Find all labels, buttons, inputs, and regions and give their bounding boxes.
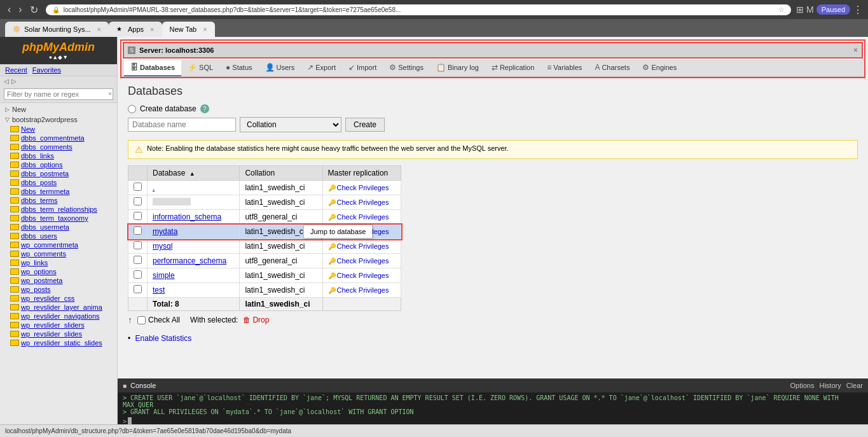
tab-users[interactable]: 👤 Users [259,60,301,76]
tab-settings[interactable]: ⚙ Settings [383,60,430,76]
sidebar-new-sub[interactable]: New [0,125,117,134]
row-checkbox-2[interactable] [128,195,148,210]
db-link-2[interactable] [153,198,191,205]
check-priv-link-2[interactable]: 🔑 Check Privileges [328,198,396,206]
sidebar-item-dbbs-users[interactable]: dbbs_users [0,232,117,240]
sidebar-root-db[interactable]: ▽ bootstrap2wordpress [0,114,117,125]
recent-link[interactable]: Recent [5,66,27,74]
checkbox-2[interactable] [134,197,142,205]
sidebar-item-wp-revslider-static[interactable]: wp_revslider_static_slides [0,338,117,347]
sidebar-item-dbbs-term-rel[interactable]: dbbs_term_relationships [0,205,117,214]
collapse-icon[interactable]: ◁ [4,78,9,85]
server-close-button[interactable]: × [853,46,858,55]
browser-nav[interactable]: ‹ › ↻ [5,3,41,17]
row-db-name-6[interactable]: performance_schema [148,254,240,268]
sidebar-item-dbbs-usermeta[interactable]: dbbs_usermeta [0,223,117,232]
row-checkbox-4[interactable] [128,225,148,239]
sidebar-item-wp-revslider-nav[interactable]: wp_revslider_navigations [0,312,117,321]
create-db-radio[interactable] [128,105,136,113]
tab-close-apps[interactable]: × [150,25,154,33]
db-link-6[interactable]: performance_schema [153,256,226,265]
check-priv-link-7[interactable]: 🔑 Check Privileges [328,272,396,279]
menu-icon[interactable]: ⋮ [853,4,863,16]
checkbox-7[interactable] [134,270,142,279]
forward-button[interactable]: › [16,3,24,17]
col-database[interactable]: Database ▲ [148,166,240,181]
checkbox-3[interactable] [134,212,142,220]
sidebar-item-dbbs-terms[interactable]: dbbs_terms [0,196,117,205]
sidebar-new-item[interactable]: ▷ New [0,104,117,114]
sidebar-item-dbbs-postmeta[interactable]: dbbs_postmeta [0,169,117,178]
db-link-3[interactable]: information_schema [153,212,221,221]
tab-variables[interactable]: ≡ Variables [541,60,588,76]
tab-databases[interactable]: 🗄 Databases [124,60,181,76]
check-priv-link-6[interactable]: 🔑 Check Privileges [328,257,396,265]
sidebar-item-dbbs-comments[interactable]: dbbs_comments [0,142,117,151]
reload-button[interactable]: ↻ [27,3,41,17]
sidebar-item-wp-comments[interactable]: wp_comments [0,249,117,258]
row-db-name-8[interactable]: test [148,283,240,298]
check-priv-link-3[interactable]: 🔑 Check Privileges [328,213,396,221]
sidebar-filter-input[interactable] [4,88,113,100]
row-checkbox-3[interactable] [128,210,148,225]
console-prompt[interactable]: > [123,415,863,424]
row-db-name-1[interactable]: . [148,181,240,195]
tab-apps[interactable]: ★ Apps × [109,22,162,37]
help-icon[interactable]: ? [200,104,209,113]
check-priv-link-8[interactable]: 🔑 Check Privileges [328,286,396,294]
sidebar-item-wp-options[interactable]: wp_options [0,267,117,276]
row-checkbox-6[interactable] [128,254,148,268]
paused-button[interactable]: Paused [816,4,850,15]
db-link-1[interactable]: . [153,183,155,192]
enable-stats-link[interactable]: Enable Statistics [135,334,192,343]
row-checkbox-7[interactable] [128,268,148,283]
sidebar-item-wp-links[interactable]: wp_links [0,258,117,267]
row-db-name-4[interactable]: mydata Jump to database [148,225,240,239]
sidebar-item-dbbs-links[interactable]: dbbs_links [0,151,117,160]
sidebar-item-wp-commentmeta[interactable]: wp_commentmeta [0,240,117,249]
favorites-link[interactable]: Favorites [32,66,61,74]
tab-import[interactable]: ↙ Import [342,60,383,76]
sidebar-item-dbbs-term-tax[interactable]: dbbs_term_taxonomy [0,214,117,223]
sidebar-item-wp-revslider-slides[interactable]: wp_revslider_slides [0,329,117,338]
tab-charsets[interactable]: A Charsets [588,60,636,76]
tab-solar[interactable]: 🔆 Solar Mounting Sys... × [5,22,109,37]
address-bar[interactable]: 🔒 localhost/phpMyAdmin/#PMAURL-38:server… [46,4,791,15]
back-button[interactable]: ‹ [5,3,13,17]
sidebar-item-dbbs-options[interactable]: dbbs_options [0,160,117,169]
pma-logo-text[interactable]: phpMyAdmin [6,41,111,54]
db-link-8[interactable]: test [153,286,165,295]
row-db-name-2[interactable] [148,195,240,210]
check-all-checkbox[interactable] [137,316,146,324]
db-link-7[interactable]: simple [153,271,175,280]
row-checkbox-8[interactable] [128,283,148,298]
sidebar-item-dbbs-commentmeta[interactable]: dbbs_commentmeta [0,134,117,142]
sidebar-item-wp-postmeta[interactable]: wp_postmeta [0,276,117,285]
console-history-link[interactable]: History [819,382,841,389]
tab-engines[interactable]: ⚙ Engines [636,60,683,76]
sidebar-filter-clear[interactable]: × [108,90,112,97]
db-link-mydata[interactable]: mydata [153,227,177,236]
console-options-link[interactable]: Options [790,382,815,389]
row-db-name-5[interactable]: mysql [148,239,240,254]
account-icon[interactable]: M [806,4,814,15]
collation-select[interactable]: Collation latin1_swedish_ci utf8_general… [240,117,341,132]
row-checkbox-5[interactable] [128,239,148,254]
tab-replication[interactable]: ⇄ Replication [485,60,541,76]
checkbox-4[interactable] [134,226,142,235]
check-priv-link-1[interactable]: 🔑 Check Privileges [328,184,396,191]
create-db-button[interactable]: Create [345,118,385,132]
tab-binary-log[interactable]: 📋 Binary log [430,60,485,76]
db-link-5[interactable]: mysql [153,242,172,251]
row-db-name-3[interactable]: information_schema [148,210,240,225]
tab-newtab[interactable]: New Tab × [162,22,215,37]
sidebar-item-wp-revslider-css[interactable]: wp_revslider_css [0,294,117,303]
sidebar-item-dbbs-termmeta[interactable]: dbbs_termmeta [0,187,117,196]
check-priv-link-5[interactable]: 🔑 Check Privileges [328,242,396,250]
star-icon[interactable]: ☆ [778,6,785,14]
tab-status[interactable]: ● Status [219,60,258,76]
sidebar-item-wp-revslider-sliders[interactable]: wp_revslider_sliders [0,321,117,329]
sidebar-item-wp-posts[interactable]: wp_posts [0,285,117,294]
expand-icon[interactable]: ▷ [11,78,17,85]
tab-sql[interactable]: ⚡ SQL [181,60,219,76]
